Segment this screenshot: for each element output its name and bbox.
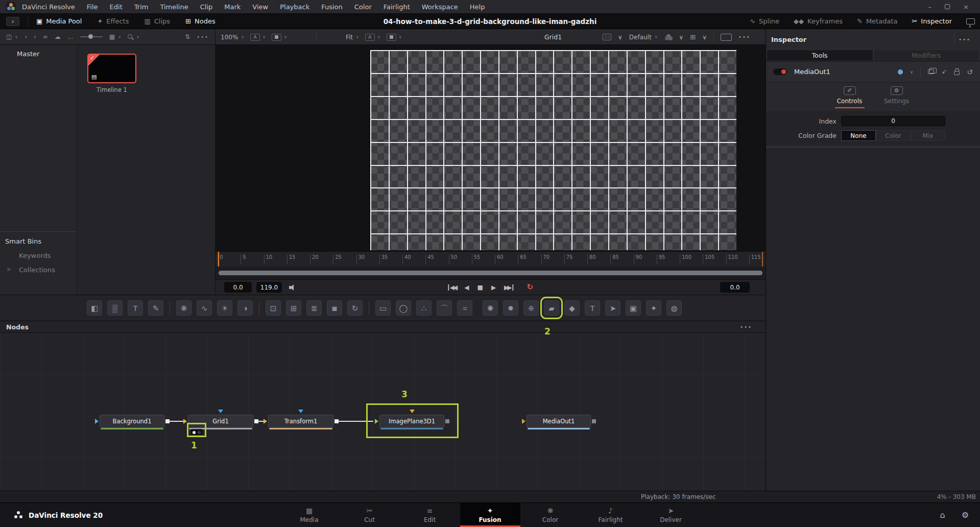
bin-master[interactable]: Master — [0, 45, 77, 58]
camera-3d-tool[interactable]: ▣ — [626, 300, 641, 316]
keyframes-tab[interactable]: ◆◆ Keyframes — [794, 17, 843, 25]
forward-button[interactable]: › — [34, 33, 36, 40]
dual-screen-icon[interactable] — [966, 18, 975, 25]
background-tool[interactable]: ◧ — [87, 300, 102, 316]
back-button[interactable]: ‹ — [25, 33, 27, 40]
hue-curves-tool[interactable]: ◑ — [237, 300, 253, 316]
renderer-3d-tool[interactable]: ◍ — [666, 300, 682, 316]
grid-view-button[interactable]: ▦ — [109, 33, 115, 40]
color-grade-color[interactable]: Color — [876, 130, 911, 141]
node-input-port[interactable] — [95, 419, 99, 424]
letterbox-button[interactable] — [721, 34, 732, 41]
resize-tool[interactable]: ↻ — [347, 300, 363, 316]
inspector-tab[interactable]: ✂ Inspector — [912, 17, 952, 25]
menu-item[interactable]: Trim — [134, 3, 149, 11]
preferences-gear-icon[interactable]: ⚙ — [962, 510, 969, 520]
node-output-port[interactable] — [592, 419, 596, 423]
chevron-down-icon[interactable]: ∨ — [910, 69, 914, 75]
node-output-port[interactable] — [334, 419, 339, 423]
merge-copy-tool[interactable]: ⊞ — [286, 300, 301, 316]
menu-item[interactable]: Color — [354, 3, 372, 11]
interface-toggle-button[interactable]: ∨ — [6, 17, 19, 26]
go-to-end-button[interactable]: ▶▶ — [504, 284, 513, 291]
app-logo-icon[interactable] — [6, 2, 16, 12]
text-plus-tool[interactable]: T — [128, 300, 143, 316]
node-enable-toggle[interactable] — [773, 68, 787, 75]
color-grade-none[interactable]: None — [841, 130, 876, 141]
viewer-channel-button[interactable]: ∨ — [272, 34, 287, 41]
page-deliver[interactable]: ➤ Deliver — [641, 503, 701, 527]
roi-icon[interactable] — [603, 34, 611, 40]
menu-item[interactable]: Timeline — [160, 3, 188, 11]
merge-3d-tool[interactable]: ➤ — [605, 300, 620, 316]
spot-light-tool[interactable]: ✦ — [646, 300, 661, 316]
smart-bin-collections[interactable]: > Collections — [0, 266, 77, 274]
play-button[interactable]: ▶ — [491, 284, 496, 291]
tab-modifiers[interactable]: Modifiers — [873, 50, 980, 61]
menu-item[interactable]: Clip — [200, 3, 213, 11]
node-output-port[interactable] — [254, 419, 258, 423]
merge-tool[interactable]: ⊡ — [266, 300, 281, 316]
node-input-port[interactable] — [264, 419, 267, 424]
color-grade-mix[interactable]: Mix — [911, 130, 945, 141]
chevron-down-icon[interactable]: ∨ — [15, 35, 18, 39]
go-to-start-button[interactable]: ◀◀ — [448, 284, 456, 291]
brightness-contrast-tool[interactable]: ☀ — [217, 300, 232, 316]
menu-item[interactable]: Fairlight — [384, 3, 410, 11]
node-connection[interactable] — [258, 421, 264, 422]
page-media[interactable]: ▦ Media — [279, 503, 340, 527]
twirl-icon[interactable]: > — [7, 267, 11, 272]
particle-render-tool[interactable]: ❈ — [523, 300, 539, 316]
page-edit[interactable]: ≡ Edit — [400, 503, 460, 527]
menu-item[interactable]: Edit — [110, 3, 123, 11]
audio-mute-icon[interactable] — [289, 284, 297, 291]
maximize-button[interactable] — [945, 4, 950, 9]
node-background1[interactable]: Background1 — [100, 415, 164, 428]
versions-icon[interactable] — [928, 69, 934, 74]
cloud-icon[interactable]: ☁ — [55, 33, 61, 40]
timeline-clip[interactable]: ✓ ▤ Timeline 1 — [87, 54, 136, 93]
node-input-port[interactable] — [522, 419, 525, 424]
timeline-scrollbar[interactable] — [216, 267, 766, 279]
guide-overlay-icon[interactable]: ⊞ — [690, 33, 696, 41]
color-corrector-tool[interactable]: ❋ — [176, 300, 192, 316]
subtab-controls[interactable]: ✐ Controls — [834, 86, 866, 111]
color-controls-icon[interactable] — [664, 34, 673, 40]
nodes-tab[interactable]: ⊞ Nodes — [185, 17, 216, 25]
media-pool-tab[interactable]: ▣ Media Pool — [36, 17, 82, 25]
search-icon[interactable] — [128, 34, 133, 40]
pin-icon[interactable]: ➴ — [940, 69, 948, 75]
clips-tab[interactable]: ▥ Clips — [144, 17, 170, 25]
bspline-mask-tool[interactable]: ⌒ — [437, 300, 452, 316]
overflow-dots-icon[interactable]: … — [67, 33, 74, 40]
multi-merge-tool[interactable]: ≣ — [306, 300, 322, 316]
paint-mask-tool[interactable]: ≈ — [457, 300, 472, 316]
image-plane-3d-tool[interactable]: ▰ — [544, 300, 559, 316]
rectangle-mask-tool[interactable]: ▭ — [375, 300, 391, 316]
viewer-options-button[interactable]: ••• — [738, 34, 751, 40]
tab-tools[interactable]: Tools — [767, 50, 873, 61]
node-connection[interactable] — [170, 421, 183, 422]
duration-field[interactable]: 119.0 — [256, 282, 282, 293]
menu-item[interactable]: Fusion — [321, 3, 343, 11]
viewer-fit-select[interactable]: Fit ∨ — [346, 34, 359, 41]
page-color[interactable]: ❋ Color — [520, 503, 581, 527]
relink-icon[interactable]: ∞ — [43, 33, 48, 40]
menu-item[interactable]: Mark — [224, 3, 241, 11]
current-frame-field[interactable]: 0.0 — [224, 282, 252, 293]
chevron-down-icon[interactable]: ∨ — [618, 34, 623, 41]
metadata-tab[interactable]: ✎ Metadata — [857, 17, 897, 25]
sort-button[interactable]: ⇅ — [185, 33, 190, 40]
paint-tool[interactable]: ✎ — [148, 300, 163, 316]
nodes-options-button[interactable]: ••• — [740, 324, 766, 330]
viewer-overlay-button[interactable]: A ∨ — [365, 34, 380, 41]
node-transform1[interactable]: Transform1 — [268, 415, 333, 428]
menu-item[interactable]: View — [252, 3, 268, 11]
lut-select[interactable]: Default ∨ — [629, 34, 658, 41]
inspector-options-button[interactable]: ••• — [954, 37, 975, 42]
project-manager-icon[interactable]: ⌂ — [940, 510, 945, 520]
ellipse-mask-tool[interactable]: ◯ — [396, 300, 411, 316]
particle-emitter-tool[interactable]: ✺ — [483, 300, 498, 316]
close-button[interactable]: × — [963, 3, 969, 11]
node-tile-color-icon[interactable] — [898, 69, 903, 75]
